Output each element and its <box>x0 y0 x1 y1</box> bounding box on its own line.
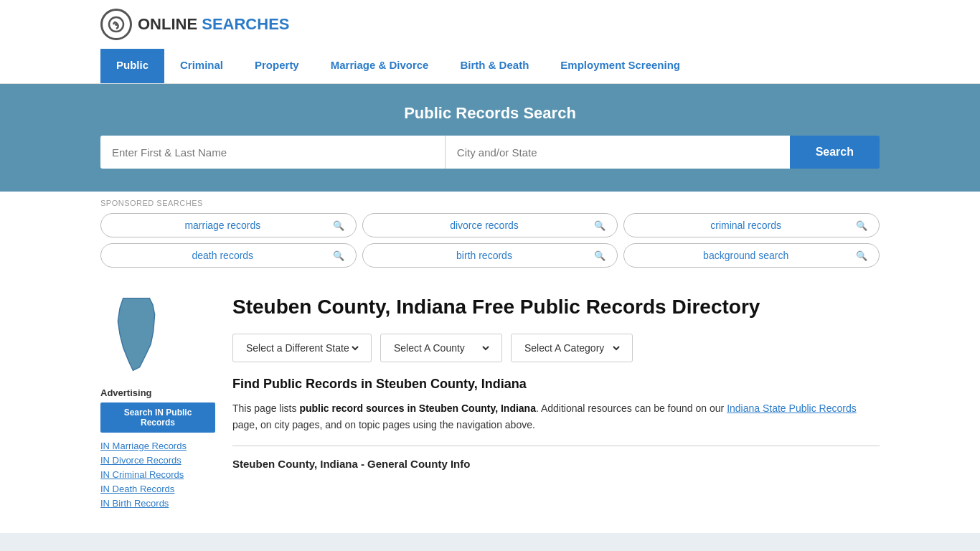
description-link[interactable]: Indiana State Public Records <box>727 402 857 414</box>
main-content: Advertising Search IN Public Records IN … <box>0 281 980 533</box>
category-select[interactable]: Select A Category <box>522 342 622 354</box>
find-title: Find Public Records in Steuben County, I… <box>232 377 880 392</box>
nav-item-property[interactable]: Property <box>239 49 315 83</box>
sponsored-link-marriage[interactable]: marriage records <box>113 220 333 231</box>
sponsored-link-birth[interactable]: birth records <box>374 250 595 261</box>
search-icon-criminal: 🔍 <box>856 220 867 231</box>
sponsored-grid: marriage records 🔍 divorce records 🔍 cri… <box>100 213 880 268</box>
nav-item-employment[interactable]: Employment Screening <box>545 49 696 83</box>
logo-icon <box>100 9 132 40</box>
sidebar-links: IN Marriage Records IN Divorce Records I… <box>100 440 215 509</box>
description-part3: page, on city pages, and on topic pages … <box>232 419 535 430</box>
page-title: Steuben County, Indiana Free Public Reco… <box>232 295 880 319</box>
hero-title: Public Records Search <box>100 104 880 123</box>
hero-section: Public Records Search Search <box>0 84 980 192</box>
svg-point-1 <box>115 23 118 26</box>
description-part1: This page lists <box>232 402 299 414</box>
search-name-input[interactable] <box>100 136 445 169</box>
sponsored-item-background[interactable]: background search 🔍 <box>623 243 880 268</box>
main-navigation: Public Criminal Property Marriage & Divo… <box>0 49 980 84</box>
county-dropdown[interactable]: Select A County <box>380 334 502 362</box>
section-subtitle: Steuben County, Indiana - General County… <box>232 458 880 470</box>
state-dropdown[interactable]: Select a Different State <box>232 334 372 362</box>
nav-item-marriage-divorce[interactable]: Marriage & Divorce <box>315 49 445 83</box>
sponsored-label: SPONSORED SEARCHES <box>100 199 880 207</box>
content-area: Steuben County, Indiana Free Public Reco… <box>232 295 880 512</box>
state-select[interactable]: Select a Different State <box>243 342 361 354</box>
search-icon-death: 🔍 <box>333 250 344 261</box>
sponsored-link-divorce[interactable]: divorce records <box>374 220 595 231</box>
search-button[interactable]: Search <box>790 136 880 169</box>
logo-text: ONLINE SEARCHES <box>138 15 290 34</box>
sponsored-link-death[interactable]: death records <box>113 250 333 261</box>
content-divider <box>232 446 880 446</box>
dropdown-row: Select a Different State Select A County… <box>232 334 880 362</box>
search-icon-birth: 🔍 <box>594 250 606 261</box>
sponsored-item-death[interactable]: death records 🔍 <box>100 243 357 268</box>
description-part2: . Additional resources can be found on o… <box>536 402 727 414</box>
advertising-label: Advertising <box>100 387 215 398</box>
sidebar-link-death[interactable]: IN Death Records <box>100 483 215 494</box>
sponsored-section: SPONSORED SEARCHES marriage records 🔍 di… <box>0 192 980 281</box>
search-icon-background: 🔍 <box>856 250 867 261</box>
nav-item-birth-death[interactable]: Birth & Death <box>444 49 545 83</box>
nav-item-public[interactable]: Public <box>100 49 164 83</box>
sidebar-link-marriage[interactable]: IN Marriage Records <box>100 440 215 451</box>
sponsored-item-divorce[interactable]: divorce records 🔍 <box>362 213 618 237</box>
search-icon-marriage: 🔍 <box>333 220 344 231</box>
state-map <box>100 295 215 376</box>
nav-item-criminal[interactable]: Criminal <box>164 49 239 83</box>
sponsored-link-background[interactable]: background search <box>636 250 856 261</box>
sponsored-item-marriage[interactable]: marriage records 🔍 <box>100 213 357 237</box>
sidebar-link-divorce[interactable]: IN Divorce Records <box>100 454 215 466</box>
county-select[interactable]: Select A County <box>391 342 491 354</box>
find-description: This page lists public record sources in… <box>232 400 880 435</box>
search-icon-divorce: 🔍 <box>594 220 606 231</box>
svg-marker-2 <box>118 298 154 371</box>
ad-button[interactable]: Search IN Public Records <box>100 402 215 433</box>
search-form: Search <box>100 136 880 169</box>
sponsored-link-criminal[interactable]: criminal records <box>636 220 856 231</box>
sidebar: Advertising Search IN Public Records IN … <box>100 295 215 512</box>
sponsored-item-birth[interactable]: birth records 🔍 <box>362 243 618 268</box>
sidebar-link-birth[interactable]: IN Birth Records <box>100 497 215 509</box>
sponsored-item-criminal[interactable]: criminal records 🔍 <box>623 213 880 237</box>
category-dropdown[interactable]: Select A Category <box>511 334 633 362</box>
search-location-input[interactable] <box>445 136 790 169</box>
sidebar-link-criminal[interactable]: IN Criminal Records <box>100 468 215 480</box>
header: ONLINE SEARCHES <box>0 0 980 49</box>
description-bold: public record sources in Steuben County,… <box>299 402 536 414</box>
